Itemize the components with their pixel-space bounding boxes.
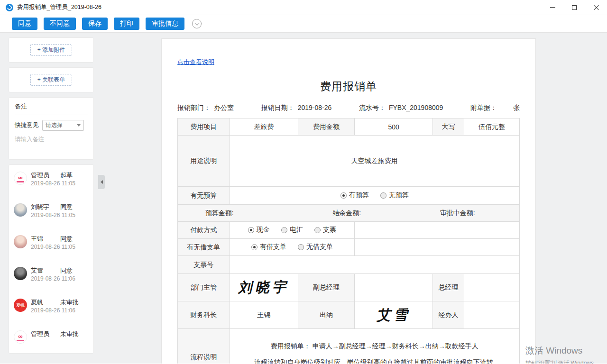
attached-docs-unit: 张	[513, 104, 520, 111]
history-entry: 王锦 同意 2019-08-26 11:05	[14, 235, 89, 250]
payment-empty-cell	[355, 222, 520, 239]
handler-label: 经办人	[432, 301, 464, 329]
radio-label: 无借支单	[306, 243, 333, 251]
avatar	[14, 203, 27, 217]
maximize-icon	[572, 5, 577, 10]
approver-name: 刘晓宇	[31, 203, 60, 210]
radio-unchecked-icon	[380, 192, 386, 199]
balance-amount-label: 结余金额:	[332, 209, 361, 217]
check-no-value[interactable]	[230, 256, 519, 274]
history-entry: 夏帆 夏帆 未审批 2019-08-26 11:06	[14, 299, 89, 314]
expense-item-label: 费用项目	[178, 118, 230, 136]
finance-chief-signature: 王锦	[230, 301, 298, 329]
window-title: 费用报销单_管理员_2019-08-26	[17, 3, 101, 11]
purpose-value[interactable]: 天空城差旅费用	[230, 136, 519, 187]
agree-button[interactable]: 同意	[12, 18, 37, 30]
date-value[interactable]: 2019-08-26	[298, 104, 332, 111]
cashier-signature: 艾雪	[355, 301, 432, 329]
infinity-logo-icon: ∞	[18, 333, 22, 339]
more-chevron-icon[interactable]	[192, 19, 202, 28]
print-button[interactable]: 打印	[114, 18, 139, 30]
history-entry: 刘晓宇 同意 2019-08-26 11:05	[14, 203, 89, 218]
content-area: + 添加附件 + 关联表单 备注 快捷意见 请选择 请输入备注 ∞	[0, 33, 607, 364]
add-attachment-button[interactable]: + 添加附件	[30, 44, 72, 56]
radio-has-advance[interactable]: 有借支单	[251, 243, 286, 251]
attached-docs-field: 附单据：张	[470, 104, 520, 112]
radio-wire[interactable]: 电汇	[281, 226, 303, 234]
avatar	[14, 267, 27, 280]
radio-cash[interactable]: 现金	[248, 226, 270, 234]
caps-value[interactable]: 伍佰元整	[464, 118, 520, 136]
process-line2: 流程流转和自身岗位级别对应，岗位级别高的直接越过其前面的审批流程向下流转.	[233, 357, 516, 364]
approver-name: 管理员	[31, 330, 60, 337]
approval-status: 未审批	[60, 299, 79, 306]
minimize-icon	[550, 7, 555, 8]
close-button[interactable]	[585, 0, 607, 15]
logo-text-mark	[17, 340, 24, 341]
titlebar: 费用报销单_管理员_2019-08-26	[0, 0, 607, 15]
handler-signature	[464, 301, 520, 329]
date-label: 报销日期：	[261, 104, 294, 111]
maximize-button[interactable]	[563, 0, 585, 15]
avatar: 夏帆	[14, 299, 27, 312]
radio-label: 电汇	[290, 226, 303, 234]
form-info-row: 报销部门：办公室 报销日期：2019-08-26 流水号：FYBX_201908…	[177, 104, 520, 112]
minimize-button[interactable]	[542, 0, 563, 15]
radio-unchecked-icon	[298, 244, 304, 250]
radio-no-budget[interactable]: 无预算	[380, 191, 409, 200]
approval-info-button[interactable]: 审批信息	[146, 18, 184, 30]
approval-time: 2019-08-26 11:05	[31, 212, 89, 218]
history-entry: ∞ 管理员 未审批	[14, 330, 89, 344]
finance-chief-label: 财务科长	[178, 301, 230, 329]
link-form-button[interactable]: + 关联表单	[30, 74, 72, 86]
disagree-button[interactable]: 不同意	[44, 18, 76, 30]
radio-label: 支票	[323, 226, 336, 234]
radio-unchecked-icon	[281, 227, 287, 233]
budget-amount-cell: 预算金额:	[178, 205, 298, 222]
toolbar: 同意 不同意 保存 打印 审批信息	[0, 15, 607, 33]
approval-time: 2019-08-26 11:06	[31, 307, 89, 314]
approval-time: 2019-08-26 11:05	[31, 180, 89, 187]
serial-field: 流水号：FYBX_201908009	[359, 104, 443, 112]
window-controls	[542, 0, 607, 15]
radio-has-budget[interactable]: 有预算	[340, 191, 369, 200]
quick-opinion-value: 请选择	[46, 121, 63, 129]
form-title: 费用报销单	[177, 79, 520, 94]
chevron-down-icon	[77, 124, 81, 128]
infinity-logo-icon: ∞	[18, 174, 22, 181]
history-entry: ∞ 管理员 起草 2019-08-26 11:05	[14, 172, 89, 187]
dept-field: 报销部门：办公室	[177, 104, 234, 112]
radio-check[interactable]: 支票	[314, 226, 336, 234]
gm-label: 总经理	[432, 274, 464, 301]
advance-empty-cell	[355, 239, 520, 256]
approving-amount-cell: 审批中金额:	[432, 205, 519, 222]
view-instructions-link[interactable]: 点击查看说明	[177, 58, 214, 66]
remark-input[interactable]: 请输入备注	[15, 136, 88, 153]
balance-amount-cell: 结余金额:	[298, 205, 432, 222]
radio-label: 现金	[257, 226, 270, 234]
expense-item-value[interactable]: 差旅费	[230, 118, 298, 136]
radio-no-advance[interactable]: 无借支单	[298, 243, 333, 251]
approval-history-card: ∞ 管理员 起草 2019-08-26 11:05 刘晓宇 同意	[9, 164, 94, 354]
radio-label: 有预算	[349, 191, 369, 200]
approval-status: 同意	[60, 235, 73, 242]
expense-table: 费用项目 差旅费 费用金额 500 大写 伍佰元整 用途说明 天空城差旅费用 有…	[177, 118, 520, 364]
approval-status: 同意	[60, 203, 73, 210]
process-label: 流程说明	[178, 329, 230, 364]
link-form-card: + 关联表单	[9, 67, 94, 92]
history-entry: 艾雪 同意 2019-08-26 11:06	[14, 267, 89, 282]
approval-status: 同意	[60, 267, 73, 274]
quick-opinion-select[interactable]: 请选择	[42, 120, 84, 131]
remarks-title: 备注	[15, 102, 88, 115]
serial-value: FYBX_201908009	[389, 104, 443, 111]
save-button[interactable]: 保存	[82, 18, 108, 30]
advance-options-cell: 有借支单 无借支单	[230, 239, 355, 256]
budget-options-cell: 有预算 无预算	[230, 187, 519, 205]
amount-value[interactable]: 500	[355, 118, 432, 136]
app-icon	[6, 4, 13, 11]
form-paper: 点击查看说明 费用报销单 报销部门：办公室 报销日期：2019-08-26 流水…	[161, 38, 536, 364]
radio-unchecked-icon	[314, 227, 321, 233]
approval-time: 2019-08-26 11:05	[31, 244, 89, 250]
sidebar: + 添加附件 + 关联表单 备注 快捷意见 请选择 请输入备注 ∞	[0, 33, 98, 364]
dept-value[interactable]: 办公室	[214, 104, 234, 111]
